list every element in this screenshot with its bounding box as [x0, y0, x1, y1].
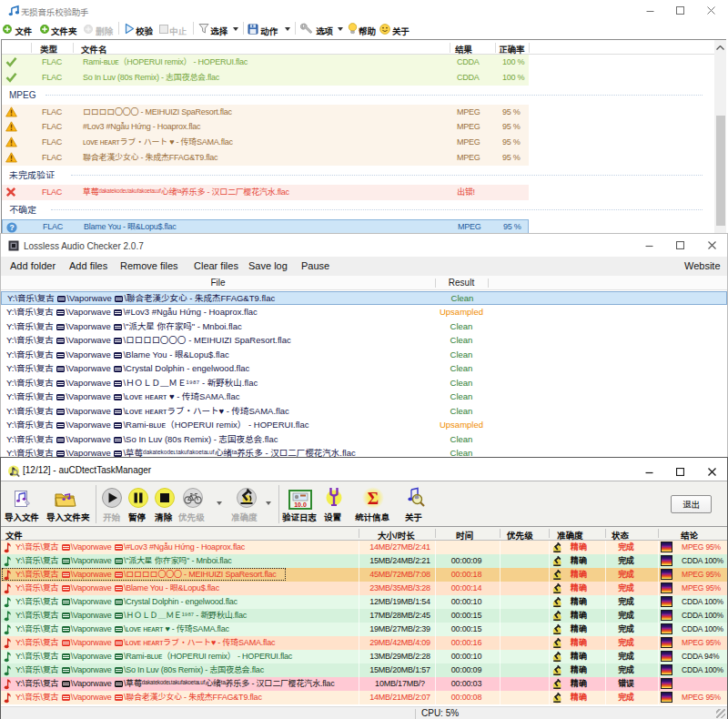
svg-text:Σ: Σ [368, 489, 379, 508]
svg-text:?: ? [10, 223, 15, 232]
svg-text:10.0: 10.0 [294, 501, 307, 508]
